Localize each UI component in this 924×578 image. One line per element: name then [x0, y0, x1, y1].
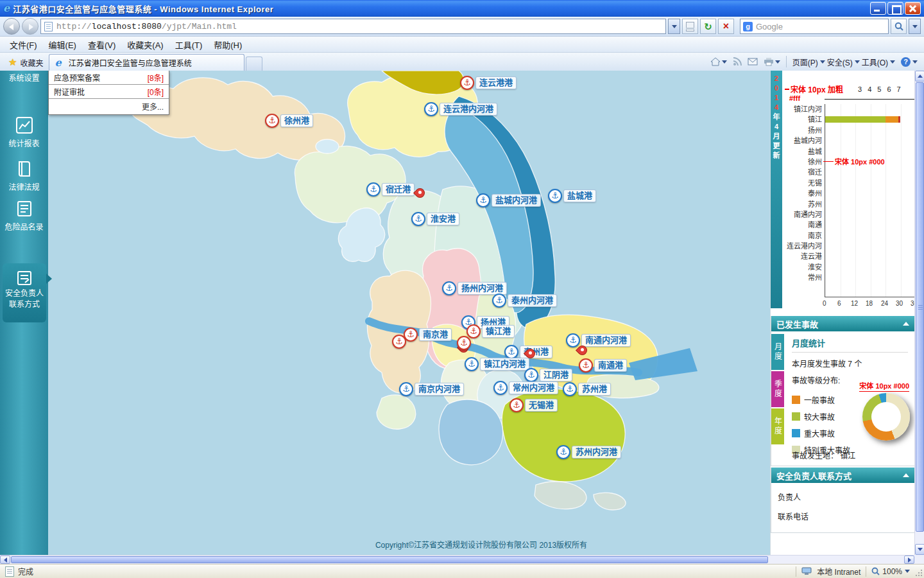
scrollbar-thumb[interactable] — [916, 82, 924, 532]
right-column: 2014年4月更新 宋体 10px 加粗 #fff 34567 镇江内河镇江扬州… — [770, 71, 914, 555]
menu-item[interactable]: 工具(T) — [169, 37, 209, 53]
menu-item[interactable]: 文件(F) — [4, 37, 43, 53]
menu-item[interactable]: 编辑(E) — [43, 37, 82, 53]
resize-grip[interactable] — [915, 569, 923, 577]
help-button[interactable]: ? — [901, 57, 918, 67]
refresh-button[interactable]: ↻ — [700, 19, 716, 34]
chevron-down-icon — [820, 60, 825, 64]
search-button[interactable] — [891, 19, 907, 34]
scrollbar-thumb[interactable] — [11, 556, 768, 563]
compatibility-button[interactable] — [682, 19, 698, 34]
update-note-char: 1 — [771, 93, 782, 103]
stop-icon: × — [723, 21, 729, 31]
contact-panel-title: 安全负责人联系方式 — [776, 469, 851, 482]
accident-location: 事故发生地： 镇江 — [792, 450, 855, 460]
sidebar-item-reports[interactable]: 统计报表 — [0, 117, 48, 148]
ie-tab-icon: e — [55, 58, 61, 68]
menu-item[interactable]: 收藏夹(A) — [121, 37, 169, 53]
close-button[interactable] — [905, 2, 921, 15]
vertical-scrollbar[interactable] — [914, 71, 924, 555]
chart-category-label: 南京 — [782, 231, 822, 241]
anchor-icon[interactable]: ⚓ — [457, 336, 471, 350]
toolbar-text-button[interactable]: 工具(O) — [862, 57, 895, 67]
menu-item[interactable]: 帮助(H) — [208, 37, 248, 53]
top-scale-number: 5 — [877, 85, 881, 93]
quick-panel-row[interactable]: 应急预案备案 [8条] — [49, 71, 169, 85]
scroll-up-button[interactable] — [915, 71, 924, 82]
quick-row-label: 应急预案备案 — [54, 72, 100, 83]
forward-button[interactable] — [22, 18, 38, 35]
zoom-control[interactable]: 100% — [871, 567, 910, 576]
address-dropdown-button[interactable] — [668, 19, 680, 34]
chart-x-tick: 12 — [851, 300, 858, 307]
separator — [786, 56, 787, 67]
favorites-bar: ★ 收藏夹 e 江苏省港口安全监管与应急管理系统 — [0, 53, 924, 71]
top-scale-number: 3 — [858, 85, 862, 93]
toolbar-text-button[interactable]: 页面(P) — [792, 57, 825, 67]
horizontal-scrollbar[interactable] — [0, 555, 914, 564]
chart-category-label: 盐城 — [782, 146, 822, 157]
sidebar-item-label: 危险品名录 — [0, 221, 48, 232]
stop-button[interactable]: × — [718, 19, 734, 34]
legend-swatch — [792, 396, 800, 404]
menu-item[interactable]: 查看(V) — [82, 37, 121, 53]
scroll-left-button[interactable] — [0, 556, 10, 564]
sidebar-item-contact[interactable]: 安全负责人 联系方式 — [3, 263, 46, 322]
summary-prefix: 本月度发生事故 — [792, 360, 846, 369]
mail-button[interactable] — [748, 58, 758, 66]
contact-tab-line2: 联系方式 — [3, 299, 46, 310]
maximize-button[interactable] — [887, 2, 903, 15]
minimize-button[interactable] — [870, 2, 886, 15]
update-note: 2014年4月更新 — [771, 71, 782, 161]
tab-title: 江苏省港口安全监管与应急管理系统 — [69, 57, 192, 68]
magnifier-icon — [871, 567, 880, 575]
forward-arrow-icon — [29, 24, 33, 30]
chevron-down-icon — [912, 60, 918, 64]
more-link[interactable]: 更多... — [49, 99, 169, 114]
quick-panel-row[interactable]: 附证审批 [0条] — [49, 85, 169, 99]
toolbar-button-label: 安全(S) — [827, 57, 853, 67]
address-input[interactable]: http://localhost:8080/yjpt/Main.html — [40, 19, 666, 34]
rss-button[interactable] — [733, 57, 742, 66]
print-button[interactable] — [764, 57, 780, 66]
accident-content: 月度统计 本月度发生事故 7 个 事故等级分布: 一般事故 — [785, 331, 914, 466]
sidebar-item-system-settings[interactable]: 系统设置 — [0, 72, 48, 83]
favorites-button[interactable]: ★ 收藏夹 — [3, 55, 49, 70]
chart-category-label: 镇江内河 — [782, 104, 822, 114]
search-input[interactable] — [756, 22, 886, 31]
home-button[interactable] — [710, 57, 727, 66]
toolbar-text-button[interactable]: 安全(S) — [827, 57, 860, 67]
sidebar-item-hazmat[interactable]: 危险品名录 — [0, 200, 48, 232]
status-right: 本地 Intranet 100% — [796, 566, 919, 577]
chevron-up-icon[interactable] — [903, 473, 909, 477]
anchor-icon[interactable]: ⚓ — [392, 335, 406, 349]
new-tab-button[interactable] — [246, 57, 262, 71]
scroll-down-button[interactable] — [915, 544, 924, 555]
chart-category-label: 连云港 — [782, 251, 822, 261]
chart-bar — [825, 116, 900, 123]
accident-period-tab[interactable]: 年度 — [771, 408, 784, 444]
chart-icon — [16, 117, 33, 134]
scroll-right-button[interactable] — [904, 556, 914, 564]
back-button[interactable] — [3, 18, 20, 35]
accident-period-tab[interactable]: 月度 — [771, 334, 784, 370]
search-dropdown-button[interactable] — [909, 19, 921, 34]
monthly-stats-title: 月度统计 — [792, 337, 908, 353]
chevron-up-icon[interactable] — [903, 322, 909, 326]
favorites-tab[interactable]: e 江苏省港口安全监管与应急管理系统 — [49, 54, 244, 71]
sidebar-item-laws[interactable]: 法律法规 — [0, 161, 48, 192]
chart-category-label: 常州 — [782, 272, 822, 283]
chart-category-label: 苏州 — [782, 199, 822, 209]
chevron-down-icon — [722, 60, 727, 64]
chart-category-label: 泰州 — [782, 188, 822, 198]
extra-anchors-layer: ⚓⚓ — [48, 71, 770, 555]
menu-bar: 文件(F)编辑(E)查看(V)收藏夹(A)工具(T)帮助(H) — [0, 37, 924, 53]
back-arrow-icon — [9, 24, 13, 30]
home-icon — [710, 57, 721, 66]
search-box: g — [740, 19, 889, 34]
accident-period-tab[interactable]: 季度 — [771, 371, 784, 407]
chevron-right-icon — [908, 557, 911, 563]
toolbar-button-label: 页面(P) — [792, 57, 818, 67]
chart-x-tick: 18 — [866, 300, 873, 307]
chevron-down-icon — [855, 60, 860, 64]
